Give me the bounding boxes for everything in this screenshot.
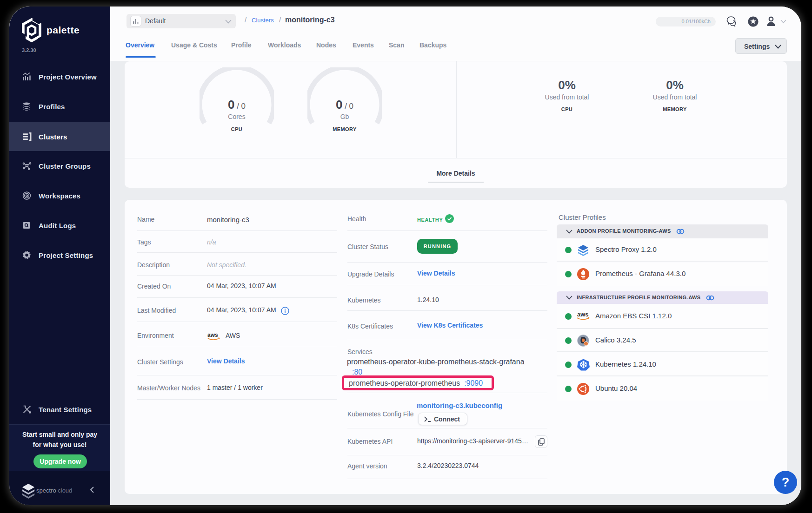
svg-text:aws: aws <box>207 332 218 338</box>
svg-text:aws: aws <box>577 311 589 318</box>
